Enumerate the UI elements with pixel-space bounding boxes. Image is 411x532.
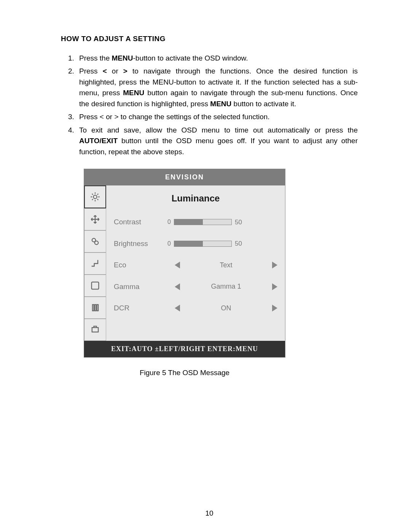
step-2: Press < or > to navigate through the fun… [76, 66, 358, 109]
osd-tab-strip [84, 185, 106, 341]
text: button to activate it. [231, 100, 296, 108]
contrast-min: 0 [163, 217, 171, 227]
page-number: 10 [61, 508, 358, 519]
osd-setup-icon [90, 258, 100, 269]
tab-reset[interactable] [84, 319, 106, 341]
svg-rect-3 [92, 282, 99, 289]
text: button until the OSD menu goes off. If y… [79, 137, 358, 156]
dcr-value: ON [180, 303, 272, 313]
osd-panel: Luminance Contrast 0 50 Brightness 0 50 [106, 185, 285, 341]
step-4: To exit and save, allow the OSD menu to … [76, 125, 358, 158]
tab-osd-setup[interactable] [84, 252, 106, 275]
color-icon [90, 236, 100, 247]
bold: < [103, 67, 107, 75]
contrast-value: 50 [235, 217, 246, 227]
dcr-label: DCR [114, 303, 163, 314]
step-1: Press the MENU-button to activate the OS… [76, 53, 358, 64]
brightness-slider[interactable] [174, 241, 232, 247]
eco-prev-icon[interactable] [175, 262, 180, 268]
brightness-icon [90, 192, 100, 202]
row-gamma: Gamma Gamma 1 [114, 281, 277, 292]
gamma-label: Gamma [114, 281, 163, 292]
contrast-fill [174, 219, 203, 225]
step-3: Press < or > to change the settings of t… [76, 112, 358, 123]
text: To exit and save, allow the OSD menu to … [79, 126, 358, 134]
section-heading: HOW TO ADJUST A SETTING [61, 34, 358, 45]
reset-icon [90, 324, 100, 335]
eco-value: Text [180, 260, 272, 270]
row-dcr: DCR ON [114, 303, 277, 314]
gamma-value: Gamma 1 [180, 281, 272, 292]
bold: MENU [210, 100, 231, 108]
gamma-prev-icon[interactable] [175, 283, 180, 290]
text: Press the [79, 54, 112, 62]
brightness-label: Brightness [114, 238, 163, 249]
svg-rect-7 [92, 328, 98, 332]
brightness-min: 0 [163, 239, 171, 248]
bold: AUTO/EXIT [79, 137, 118, 145]
extra-icon [90, 280, 100, 291]
bold: > [123, 67, 127, 75]
svg-rect-6 [97, 305, 98, 311]
brightness-fill [174, 241, 203, 246]
dcr-next-icon[interactable] [272, 305, 277, 312]
tab-color-temp[interactable] [84, 230, 106, 252]
svg-point-0 [93, 195, 97, 198]
row-eco: Eco Text [114, 260, 277, 271]
brightness-value: 50 [235, 239, 246, 249]
svg-rect-5 [95, 305, 96, 311]
dcr-prev-icon[interactable] [175, 305, 180, 312]
tab-image-setup[interactable] [84, 208, 106, 230]
text: -button to activate the OSD window. [133, 54, 248, 62]
tab-luminance[interactable] [84, 185, 106, 208]
bold: MENU [112, 54, 133, 62]
gamma-next-icon[interactable] [272, 283, 277, 290]
eco-next-icon[interactable] [272, 262, 277, 268]
svg-point-2 [95, 241, 98, 244]
move-icon [90, 214, 100, 225]
row-contrast: Contrast 0 50 [114, 217, 277, 228]
bold: MENU [123, 89, 144, 97]
contrast-slider[interactable] [174, 219, 232, 225]
info-icon [90, 302, 100, 313]
panel-title: Luminance [114, 185, 277, 217]
instruction-list: Press the MENU-button to activate the OS… [76, 53, 358, 158]
row-brightness: Brightness 0 50 [114, 238, 277, 249]
osd-footer-hint: EXIT:AUTO ±LEFT/RIGHT ENTER:MENU [84, 341, 285, 357]
eco-label: Eco [114, 260, 163, 271]
text: or [107, 67, 123, 75]
osd-brand-title: ENVISION [84, 169, 285, 185]
tab-information[interactable] [84, 297, 106, 319]
tab-extra[interactable] [84, 275, 106, 297]
contrast-label: Contrast [114, 217, 163, 228]
figure-caption: Figure 5 The OSD Message [84, 367, 285, 379]
svg-rect-4 [92, 305, 94, 311]
text: Press [79, 67, 103, 75]
osd-window: ENVISION Luminance Contrast 0 [84, 169, 285, 358]
